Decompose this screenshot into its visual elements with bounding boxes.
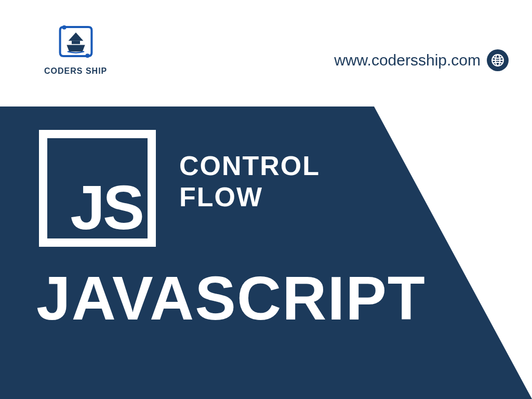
hero-section: JS CONTROL FLOW JAVASCRIPT bbox=[0, 107, 532, 399]
svg-rect-2 bbox=[72, 41, 80, 44]
topic-title: CONTROL FLOW bbox=[179, 151, 320, 213]
website-url: www.codersship.com bbox=[334, 51, 481, 69]
globe-icon bbox=[487, 49, 509, 71]
js-logo-box: JS bbox=[39, 130, 156, 247]
svg-point-1 bbox=[85, 54, 89, 58]
js-logo-text: JS bbox=[70, 176, 142, 238]
ship-icon bbox=[55, 21, 97, 62]
brand-logo: CODERS SHIP bbox=[44, 21, 107, 76]
svg-point-0 bbox=[62, 25, 66, 30]
header-area: CODERS SHIP www.codersship.com bbox=[0, 0, 532, 107]
topic-line-2: FLOW bbox=[179, 182, 320, 213]
website-url-block: www.codersship.com bbox=[334, 49, 509, 71]
language-title: JAVASCRIPT bbox=[36, 268, 426, 329]
brand-name: CODERS SHIP bbox=[44, 66, 107, 76]
topic-line-1: CONTROL bbox=[179, 151, 320, 182]
